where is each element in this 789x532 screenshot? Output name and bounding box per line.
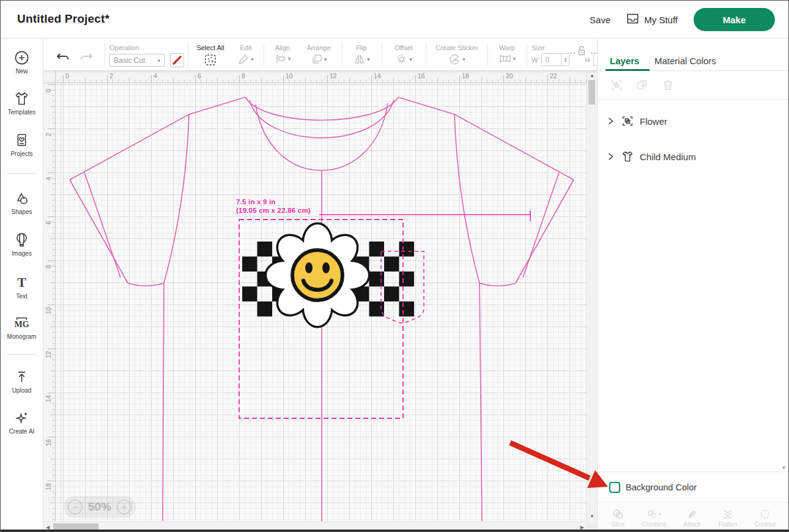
offset-icon (395, 53, 408, 65)
toolbar-divider (527, 43, 527, 67)
tab-material-colors[interactable]: Material Colors (654, 56, 716, 66)
sidebar-item-text[interactable]: T Text (1, 275, 43, 300)
contour-icon (758, 508, 772, 520)
sidebar-item-new[interactable]: New (1, 50, 43, 75)
ruler-horizontal: 0246810121416182022 (56, 71, 587, 83)
operation-label: Operation (109, 44, 189, 51)
operation-value: Basic Cut (114, 56, 145, 65)
sidebar-item-label: Templates (8, 109, 36, 116)
edit-group: Edit ▾ (232, 39, 260, 71)
group-icon[interactable] (610, 78, 623, 92)
edit-button[interactable]: ▾ (238, 53, 254, 65)
sidebar-item-images[interactable]: Images (1, 232, 43, 257)
flatten-button[interactable]: Flatten (718, 508, 737, 528)
undo-button[interactable] (56, 52, 70, 64)
width-stepper[interactable]: ▲▼ (561, 54, 569, 65)
flip-label: Flip (346, 44, 377, 51)
chevron-right-icon[interactable] (606, 152, 615, 161)
align-label: Align (267, 44, 298, 51)
select-all-icon (204, 53, 217, 67)
project-card-icon (13, 132, 30, 149)
combine-button[interactable]: ▾ Combine (642, 508, 666, 528)
undo-icon (56, 52, 70, 64)
slice-button[interactable]: Slice (611, 508, 624, 528)
chevron-down-icon: ▾ (367, 56, 370, 62)
sparkle-icon (13, 410, 30, 426)
zoom-in-button[interactable]: + (117, 500, 132, 514)
canvas-artwork (56, 83, 587, 521)
ruler-vertical: 024681012141618 (43, 83, 56, 521)
ruler-tick-label: 6 (45, 218, 52, 227)
warp-group: Warp ▾ (491, 39, 523, 71)
chevron-down-icon: ▾ (288, 56, 291, 62)
background-color-checkbox[interactable] (609, 482, 620, 493)
edit-toolbar: Operation Basic Cut ▾ Select All Edit (43, 39, 597, 71)
toolbar-divider (487, 43, 488, 67)
layer-name: Child Medium (640, 152, 696, 162)
chevron-right-icon[interactable] (606, 116, 615, 126)
warp-icon (498, 53, 512, 64)
ruler-tick-label: 14 (45, 394, 52, 403)
trash-icon[interactable] (661, 78, 675, 92)
save-button[interactable]: Save (590, 15, 610, 25)
operation-group: Operation Basic Cut ▾ (109, 39, 189, 71)
panel-scroll-down-icon[interactable]: ▼ (781, 465, 787, 471)
layer-row-child-medium[interactable]: Child Medium (598, 140, 789, 173)
sidebar-item-label: Upload (12, 387, 32, 394)
tshirt-icon (13, 91, 30, 107)
app-window: Untitled Project* Save My Stuff Make New… (0, 0, 789, 532)
design-canvas: 0246810121416182022 024681012141618 (43, 71, 597, 532)
redo-button[interactable] (79, 52, 94, 64)
arrange-button[interactable]: ▾ (311, 53, 327, 65)
height-label: H (585, 56, 590, 64)
vertical-scroll-thumb[interactable] (588, 80, 595, 105)
my-stuff-button[interactable]: My Stuff (626, 13, 678, 26)
chevron-down-icon: ▾ (324, 56, 327, 62)
sidebar-item-create-ai[interactable]: Create AI (1, 410, 43, 435)
ruler-tick-label: 2 (45, 130, 52, 139)
red-pen-icon (172, 55, 182, 65)
upload-icon (13, 369, 30, 385)
shapes-icon (13, 190, 30, 207)
ruler-tick-label: 8 (45, 262, 52, 271)
zoom-out-button[interactable]: − (68, 500, 83, 514)
arrange-icon (311, 53, 323, 65)
ruler-tick-label: 10 (45, 306, 52, 315)
sidebar-item-label: Create AI (9, 428, 35, 435)
sidebar-item-monogram[interactable]: MG Monogram (1, 315, 43, 340)
scroll-down-icon[interactable]: ▼ (590, 514, 595, 519)
zoom-control: − 50% + (64, 496, 136, 518)
cut-color-swatch[interactable] (170, 53, 184, 67)
ruler-tick-label: 16 (45, 438, 52, 447)
offset-button[interactable]: ▾ (395, 53, 412, 65)
flower-design[interactable] (242, 224, 424, 326)
create-sticker-button[interactable]: ▾ (448, 53, 465, 65)
contour-button[interactable]: Contour (754, 508, 776, 528)
sidebar-item-templates[interactable]: Templates (1, 91, 43, 116)
width-input[interactable]: 0 ▲▼ (541, 53, 569, 66)
ruler-tick-label: 18 (462, 72, 469, 79)
layer-name: Flower (640, 116, 667, 127)
layer-row-flower[interactable]: Flower (598, 105, 789, 138)
operation-select[interactable]: Basic Cut ▾ (109, 54, 165, 67)
ruler-tick-label: 0 (65, 72, 69, 79)
make-button[interactable]: Make (694, 8, 775, 31)
sidebar-item-projects[interactable]: Projects (1, 132, 43, 157)
vertical-scrollbar[interactable]: ▲ ▼ (587, 71, 596, 521)
toolbar-divider (342, 43, 343, 67)
attach-button[interactable]: Attach (684, 508, 701, 528)
scroll-up-icon[interactable]: ▲ (590, 73, 595, 78)
sidebar-item-upload[interactable]: Upload (1, 369, 43, 394)
duplicate-icon[interactable] (635, 78, 649, 92)
svg-text:T: T (17, 275, 26, 290)
align-button[interactable]: ▾ (275, 53, 291, 64)
sidebar-item-shapes[interactable]: Shapes (1, 190, 43, 215)
offset-group: Offset ▾ (386, 39, 421, 71)
warp-button[interactable]: ▾ (498, 53, 516, 64)
ruler-tick-label: 14 (374, 72, 381, 79)
tab-layers[interactable]: Layers (610, 56, 639, 66)
create-sticker-label: Create Sticker (430, 44, 484, 51)
my-stuff-label: My Stuff (644, 15, 678, 25)
flip-button[interactable]: ▾ (353, 53, 370, 65)
select-all-button[interactable] (204, 53, 217, 67)
